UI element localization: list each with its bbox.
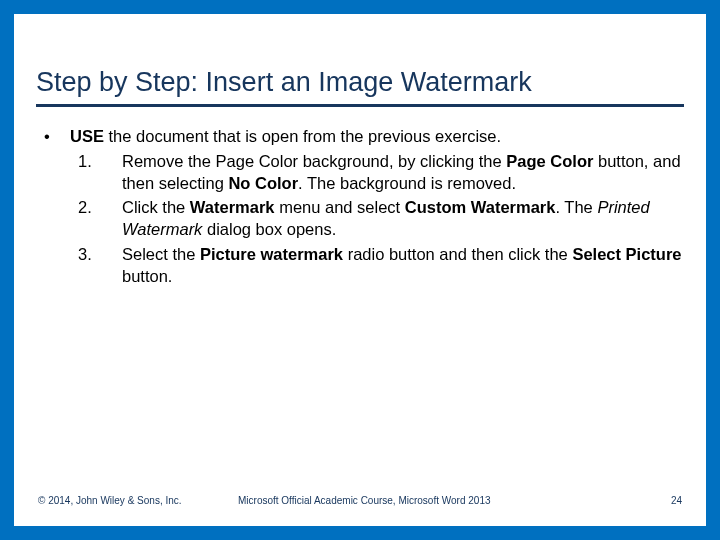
numbered-list: 1.Remove the Page Color background, by c… — [78, 150, 684, 288]
number-mark: 2. — [78, 196, 122, 241]
slide-title: Step by Step: Insert an Image Watermark — [36, 66, 684, 107]
footer-course: Microsoft Official Academic Course, Micr… — [238, 495, 642, 506]
slide-content: • USE the document that is open from the… — [36, 125, 684, 287]
footer-page-number: 24 — [642, 495, 682, 506]
number-text: Click the Watermark menu and select Cust… — [122, 196, 684, 241]
text-run: Watermark — [190, 198, 275, 216]
text-run: Picture watermark — [200, 245, 343, 263]
text-run: . The — [555, 198, 597, 216]
bullet-mark: • — [44, 125, 70, 147]
text-run: Page Color — [506, 152, 593, 170]
number-text: Select the Picture watermark radio butto… — [122, 243, 684, 288]
bullet-item: • USE the document that is open from the… — [44, 125, 684, 147]
text-run: Select Picture — [572, 245, 681, 263]
number-text: Remove the Page Color background, by cli… — [122, 150, 684, 195]
text-run: No Color — [228, 174, 298, 192]
numbered-item: 3.Select the Picture watermark radio but… — [78, 243, 684, 288]
footer-copyright: © 2014, John Wiley & Sons, Inc. — [38, 495, 238, 506]
bullet-text: USE the document that is open from the p… — [70, 125, 501, 147]
text-run: Select the — [122, 245, 200, 263]
number-mark: 3. — [78, 243, 122, 288]
text-run: . The background is removed. — [298, 174, 516, 192]
text-run: menu and select — [275, 198, 405, 216]
text-run: button. — [122, 267, 172, 285]
bullet-lead-rest: the document that is open from the previ… — [104, 127, 501, 145]
text-run: Custom Watermark — [405, 198, 556, 216]
text-run: dialog box opens. — [202, 220, 336, 238]
slide-footer: © 2014, John Wiley & Sons, Inc. Microsof… — [38, 495, 682, 506]
text-run: radio button and then click the — [343, 245, 572, 263]
numbered-item: 2.Click the Watermark menu and select Cu… — [78, 196, 684, 241]
text-run: Click the — [122, 198, 190, 216]
slide-inner: Step by Step: Insert an Image Watermark … — [14, 14, 706, 526]
number-mark: 1. — [78, 150, 122, 195]
numbered-item: 1.Remove the Page Color background, by c… — [78, 150, 684, 195]
text-run: Remove the Page Color background, by cli… — [122, 152, 506, 170]
slide-frame: Step by Step: Insert an Image Watermark … — [0, 0, 720, 540]
bullet-lead-bold: USE — [70, 127, 104, 145]
